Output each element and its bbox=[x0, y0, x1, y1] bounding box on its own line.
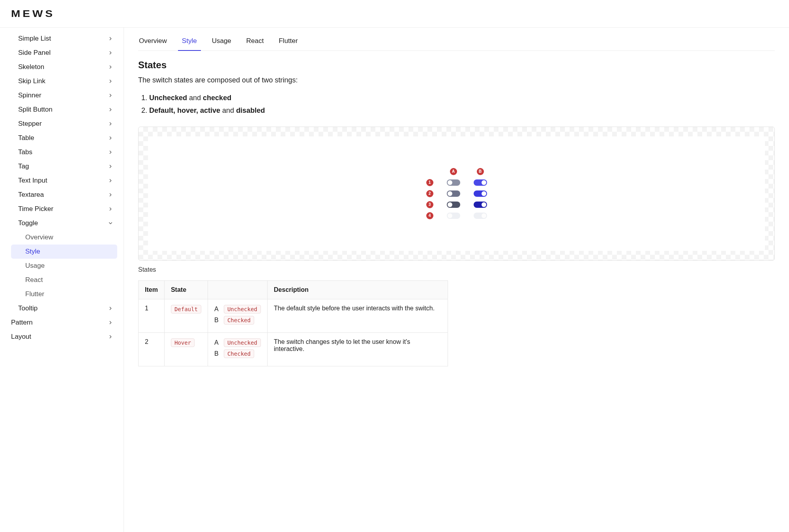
tab-usage[interactable]: Usage bbox=[211, 32, 232, 50]
sidebar-item-label: Text Input bbox=[18, 177, 47, 185]
sidebar-item-skip-link[interactable]: Skip Link bbox=[11, 74, 117, 88]
chevron-right-icon bbox=[108, 107, 113, 112]
sidebar-item-textarea[interactable]: Textarea bbox=[11, 188, 117, 202]
tab-flutter[interactable]: Flutter bbox=[278, 32, 298, 50]
states-string-2: Default, hover, active and disabled bbox=[149, 104, 775, 117]
switch-unchecked-hover bbox=[447, 190, 460, 197]
row-badge-4: 4 bbox=[426, 212, 433, 219]
cell-item: 2 bbox=[139, 332, 165, 366]
sidebar-item-react[interactable]: React bbox=[11, 273, 117, 287]
switch-grid: A B 1 2 3 4 bbox=[426, 168, 487, 219]
chevron-right-icon bbox=[108, 334, 113, 340]
sidebar-item-label: Usage bbox=[25, 262, 45, 270]
sidebar-item-spinner[interactable]: Spinner bbox=[11, 88, 117, 103]
variant-letter: B bbox=[214, 350, 220, 357]
sidebar-item-flutter[interactable]: Flutter bbox=[11, 287, 117, 301]
sidebar-item-label: Spinner bbox=[18, 91, 41, 99]
variant-line: AUnchecked bbox=[214, 338, 261, 347]
switch-unchecked-active bbox=[447, 202, 460, 208]
states-strings: Unchecked and checked Default, hover, ac… bbox=[138, 91, 775, 117]
sidebar-item-label: Split Button bbox=[18, 106, 52, 114]
sidebar-item-label: Tooltip bbox=[18, 304, 37, 312]
sidebar-item-side-panel[interactable]: Side Panel bbox=[11, 46, 117, 60]
switch-unchecked-default bbox=[447, 179, 460, 186]
sidebar-item-toggle[interactable]: Toggle bbox=[11, 216, 117, 230]
variant-value: Unchecked bbox=[224, 338, 261, 347]
switch-checked-default bbox=[474, 179, 487, 186]
variant-value: Checked bbox=[224, 316, 254, 325]
sidebar-item-layout[interactable]: Layout bbox=[11, 330, 117, 344]
states-table: Item State Description 1DefaultAUnchecke… bbox=[138, 280, 448, 366]
row-badge-1: 1 bbox=[426, 179, 433, 186]
cell-description: The default style before the user intera… bbox=[267, 299, 448, 332]
chevron-right-icon bbox=[108, 206, 113, 212]
sidebar-item-label: React bbox=[25, 276, 43, 284]
tabs: OverviewStyleUsageReactFlutter bbox=[138, 32, 775, 51]
sidebar-item-label: Simple List bbox=[18, 35, 51, 43]
variant-letter: B bbox=[214, 317, 220, 324]
sidebar-item-text-input[interactable]: Text Input bbox=[11, 174, 117, 188]
tab-overview[interactable]: Overview bbox=[138, 32, 168, 50]
sidebar-item-overview[interactable]: Overview bbox=[11, 230, 117, 245]
sidebar-item-label: Toggle bbox=[18, 219, 38, 227]
cell-item: 1 bbox=[139, 299, 165, 332]
sidebar-item-tooltip[interactable]: Tooltip bbox=[11, 301, 117, 315]
state-pill: Default bbox=[171, 305, 201, 314]
variant-line: BChecked bbox=[214, 316, 261, 325]
chevron-right-icon bbox=[108, 135, 113, 141]
sidebar-item-label: Time Picker bbox=[18, 205, 53, 213]
chevron-right-icon bbox=[108, 192, 113, 198]
sidebar-item-usage[interactable]: Usage bbox=[11, 259, 117, 273]
chevron-right-icon bbox=[108, 320, 113, 325]
states-string-1: Unchecked and checked bbox=[149, 91, 775, 104]
table-row: 2HoverAUncheckedBCheckedThe switch chang… bbox=[139, 332, 448, 366]
cell-state: Default bbox=[164, 299, 208, 332]
chevron-right-icon bbox=[108, 93, 113, 98]
sidebar-item-simple-list[interactable]: Simple List bbox=[11, 32, 117, 46]
sidebar-item-label: Pattern bbox=[11, 319, 33, 327]
cell-variants: AUncheckedBChecked bbox=[208, 299, 267, 332]
sidebar-item-label: Style bbox=[25, 248, 40, 256]
sidebar: Simple ListSide PanelSkeletonSkip LinkSp… bbox=[0, 28, 124, 532]
column-badge-a: A bbox=[450, 168, 457, 175]
chevron-right-icon bbox=[108, 164, 113, 169]
chevron-down-icon bbox=[108, 220, 113, 226]
sidebar-item-tabs[interactable]: Tabs bbox=[11, 145, 117, 159]
variant-line: AUnchecked bbox=[214, 305, 261, 314]
section-subtitle: The switch states are composed out of tw… bbox=[138, 76, 775, 84]
switch-checked-hover bbox=[474, 190, 487, 197]
row-badge-2: 2 bbox=[426, 190, 433, 197]
chevron-right-icon bbox=[108, 306, 113, 311]
column-badge-b: B bbox=[477, 168, 484, 175]
tab-react[interactable]: React bbox=[246, 32, 264, 50]
sidebar-item-label: Skeleton bbox=[18, 63, 44, 71]
sidebar-item-table[interactable]: Table bbox=[11, 131, 117, 145]
state-pill: Hover bbox=[171, 338, 195, 347]
sidebar-item-label: Flutter bbox=[25, 290, 44, 298]
th-description: Description bbox=[267, 280, 448, 299]
sidebar-item-style[interactable]: Style bbox=[11, 245, 117, 259]
variant-letter: A bbox=[214, 339, 220, 346]
switch-checked-disabled bbox=[474, 213, 487, 219]
sidebar-item-pattern[interactable]: Pattern bbox=[11, 315, 117, 330]
table-row: 1DefaultAUncheckedBCheckedThe default st… bbox=[139, 299, 448, 332]
chevron-right-icon bbox=[108, 64, 113, 70]
sidebar-item-skeleton[interactable]: Skeleton bbox=[11, 60, 117, 74]
th-state: State bbox=[164, 280, 208, 299]
chevron-right-icon bbox=[108, 121, 113, 127]
tab-style[interactable]: Style bbox=[181, 32, 198, 50]
variant-letter: A bbox=[214, 306, 220, 313]
sidebar-item-label: Overview bbox=[25, 233, 53, 241]
sidebar-item-label: Table bbox=[18, 134, 34, 142]
sidebar-item-label: Side Panel bbox=[18, 49, 51, 57]
row-badge-3: 3 bbox=[426, 201, 433, 208]
sidebar-item-time-picker[interactable]: Time Picker bbox=[11, 202, 117, 216]
sidebar-item-tag[interactable]: Tag bbox=[11, 159, 117, 174]
states-figure: A B 1 2 3 4 bbox=[138, 127, 775, 261]
variant-value: Unchecked bbox=[224, 305, 261, 314]
sidebar-item-stepper[interactable]: Stepper bbox=[11, 117, 117, 131]
chevron-right-icon bbox=[108, 78, 113, 84]
variant-value: Checked bbox=[224, 349, 254, 358]
chevron-right-icon bbox=[108, 36, 113, 41]
sidebar-item-split-button[interactable]: Split Button bbox=[11, 103, 117, 117]
